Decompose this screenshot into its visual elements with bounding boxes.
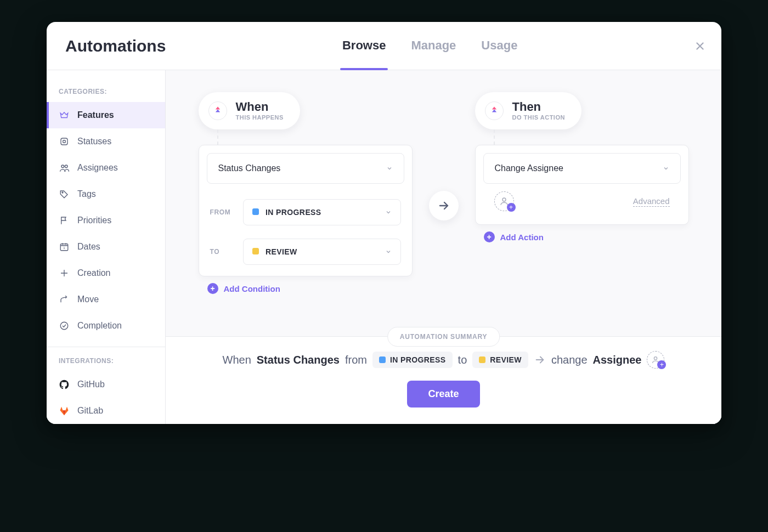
from-select[interactable]: IN PROGRESS <box>243 199 401 225</box>
sidebar-item-statuses[interactable]: Statuses <box>47 128 165 155</box>
app-icon <box>485 101 504 120</box>
tab-usage[interactable]: Usage <box>481 38 517 54</box>
summary-assignee-avatar[interactable] <box>647 351 664 369</box>
arrow-right-icon <box>437 199 450 212</box>
sidebar-item-github[interactable]: GitHub <box>47 371 165 398</box>
trigger-value: Status Changes <box>218 163 281 173</box>
to-label: TO <box>210 248 233 256</box>
trigger-select[interactable]: Status Changes <box>207 153 404 184</box>
to-value: REVIEW <box>266 247 297 256</box>
summary-trigger: Status Changes <box>257 354 340 366</box>
when-subtitle: THIS HAPPENS <box>236 114 284 121</box>
modal-header: Automations Browse Manage Usage <box>47 22 721 70</box>
then-subtitle: DO THIS ACTION <box>512 114 565 121</box>
sidebar-item-priorities[interactable]: Priorities <box>47 207 165 234</box>
create-button[interactable]: Create <box>407 381 479 408</box>
svg-point-3 <box>65 165 67 167</box>
calendar-icon: 1 <box>59 241 70 252</box>
then-column: Then DO THIS ACTION Change Assignee <box>475 92 689 242</box>
sidebar-item-label: Completion <box>77 321 122 331</box>
add-action-label: Add Action <box>500 233 544 242</box>
builder-canvas: When THIS HAPPENS Status Changes <box>166 70 721 424</box>
summary-to-value: REVIEW <box>490 355 522 364</box>
add-action-button[interactable]: + Add Action <box>484 231 544 242</box>
svg-text:1: 1 <box>63 246 65 250</box>
sidebar-item-tags[interactable]: Tags <box>47 181 165 207</box>
connector-line <box>217 129 218 145</box>
sidebar-item-label: Creation <box>77 268 110 278</box>
automations-modal: Automations Browse Manage Usage CATEGORI… <box>47 22 721 424</box>
sidebar: CATEGORIES: Features Statuses Assignees <box>47 70 166 424</box>
sidebar-item-move[interactable]: Move <box>47 286 165 313</box>
action-select[interactable]: Change Assignee <box>483 153 681 184</box>
tab-browse[interactable]: Browse <box>342 38 386 54</box>
sidebar-item-completion[interactable]: Completion <box>47 313 165 339</box>
chevron-down-icon <box>385 248 392 255</box>
svg-point-2 <box>61 165 64 167</box>
check-circle-icon <box>59 320 70 331</box>
summary-text: to <box>458 354 467 366</box>
sidebar-item-label: Dates <box>77 242 100 252</box>
summary-line: When Status Changes from IN PROGRESS to … <box>182 351 705 369</box>
svg-rect-1 <box>63 140 66 143</box>
person-icon <box>499 196 509 206</box>
share-icon <box>59 294 70 305</box>
summary-badge: AUTOMATION SUMMARY <box>387 327 500 347</box>
sidebar-item-label: Assignees <box>77 163 118 173</box>
action-value: Change Assignee <box>495 163 563 173</box>
close-icon <box>694 40 706 52</box>
action-card: Change Assignee Advanced <box>475 145 689 225</box>
github-icon <box>59 379 70 390</box>
status-color-chip <box>379 356 386 363</box>
summary-text: from <box>345 354 367 366</box>
to-select[interactable]: REVIEW <box>243 239 401 265</box>
tag-icon <box>59 189 70 200</box>
sidebar-item-dates[interactable]: 1 Dates <box>47 234 165 260</box>
to-row: TO REVIEW <box>207 232 404 271</box>
trigger-card: Status Changes FROM IN PROGRESS <box>199 145 413 276</box>
chevron-down-icon <box>385 209 392 216</box>
from-row: FROM IN PROGRESS <box>207 193 404 232</box>
people-icon <box>59 162 70 173</box>
plus-icon <box>59 268 70 279</box>
add-condition-label: Add Condition <box>224 284 280 293</box>
sidebar-item-label: Tags <box>77 189 96 199</box>
automation-summary: AUTOMATION SUMMARY When Status Changes f… <box>166 336 721 424</box>
from-value: IN PROGRESS <box>266 208 321 217</box>
from-label: FROM <box>210 208 233 216</box>
sidebar-item-label: Move <box>77 295 99 304</box>
summary-to-chip: REVIEW <box>472 352 528 368</box>
sidebar-item-label: GitHub <box>77 380 105 389</box>
summary-assignee: Assignee <box>593 354 642 366</box>
sidebar-integrations-title: INTEGRATIONS: <box>47 350 165 371</box>
status-color-chip <box>252 248 259 254</box>
plus-circle-icon: + <box>207 283 218 294</box>
sidebar-item-creation[interactable]: Creation <box>47 260 165 286</box>
sidebar-item-features[interactable]: Features <box>47 102 165 128</box>
crown-icon <box>59 110 70 121</box>
app-icon <box>208 101 227 120</box>
sidebar-item-gitlab[interactable]: GitLab <box>47 398 165 424</box>
sidebar-item-assignees[interactable]: Assignees <box>47 155 165 181</box>
chevron-down-icon <box>386 165 393 172</box>
assignee-row: Advanced <box>483 184 681 221</box>
sidebar-categories-title: CATEGORIES: <box>47 81 165 102</box>
chevron-down-icon <box>663 165 669 172</box>
arrow-right-icon <box>534 354 546 366</box>
advanced-link[interactable]: Advanced <box>633 196 670 207</box>
when-pill: When THIS HAPPENS <box>199 92 300 129</box>
svg-point-7 <box>60 322 68 330</box>
tab-manage[interactable]: Manage <box>411 38 456 54</box>
modal-title: Automations <box>65 37 166 55</box>
summary-text: change <box>551 354 588 366</box>
add-assignee-button[interactable] <box>494 191 514 211</box>
square-icon <box>59 136 70 147</box>
svg-rect-0 <box>61 138 67 145</box>
close-button[interactable] <box>694 40 706 52</box>
when-column: When THIS HAPPENS Status Changes <box>199 92 413 294</box>
svg-point-9 <box>654 357 657 360</box>
svg-point-8 <box>502 198 506 201</box>
add-condition-button[interactable]: + Add Condition <box>207 283 280 294</box>
builder: When THIS HAPPENS Status Changes <box>166 70 721 336</box>
sidebar-item-label: Statuses <box>77 137 111 146</box>
